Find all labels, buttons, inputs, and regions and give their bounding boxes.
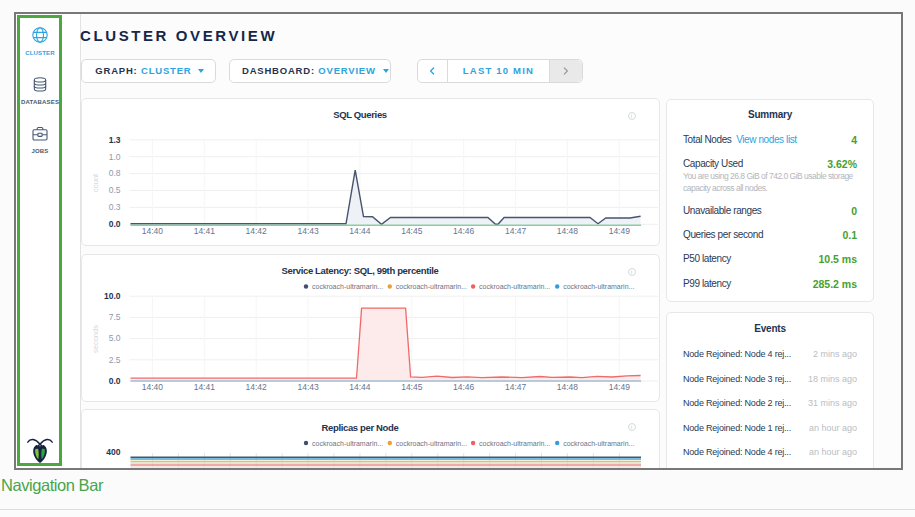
- svg-text:14:46: 14:46: [453, 226, 475, 236]
- svg-text:14:44: 14:44: [349, 226, 371, 236]
- svg-text:7.5: 7.5: [109, 312, 121, 322]
- svg-text:10.0: 10.0: [104, 291, 121, 301]
- svg-text:cockroach-ultramarin...: cockroach-ultramarin...: [563, 440, 634, 447]
- svg-text:14:47: 14:47: [505, 226, 527, 236]
- svg-text:SQL Queries: SQL Queries: [333, 109, 387, 120]
- svg-text:14:46: 14:46: [453, 382, 475, 392]
- svg-text:cockroach-ultramarin...: cockroach-ultramarin...: [312, 440, 383, 447]
- svg-text:cockroach-ultramarin...: cockroach-ultramarin...: [396, 440, 467, 447]
- svg-text:14:43: 14:43: [297, 382, 319, 392]
- svg-text:14:43: 14:43: [297, 226, 319, 236]
- svg-text:seconds: seconds: [91, 325, 100, 353]
- svg-text:14:49: 14:49: [609, 226, 631, 236]
- svg-text:14:40: 14:40: [142, 382, 164, 392]
- svg-text:14:49: 14:49: [609, 382, 631, 392]
- svg-text:cockroach-ultramarin...: cockroach-ultramarin...: [312, 283, 383, 290]
- svg-text:1.3: 1.3: [109, 135, 121, 145]
- svg-text:cockroach-ultramarin...: cockroach-ultramarin...: [479, 283, 550, 290]
- svg-text:14:45: 14:45: [401, 382, 423, 392]
- svg-text:14:48: 14:48: [557, 382, 579, 392]
- svg-text:14:41: 14:41: [194, 226, 216, 236]
- svg-text:2.5: 2.5: [109, 355, 121, 365]
- svg-text:0.0: 0.0: [109, 376, 121, 386]
- svg-text:14:45: 14:45: [401, 226, 423, 236]
- svg-text:14:48: 14:48: [557, 226, 579, 236]
- svg-text:Service Latency: SQL, 99th per: Service Latency: SQL, 99th percentile: [281, 265, 438, 276]
- svg-text:400: 400: [106, 447, 120, 457]
- svg-text:count: count: [91, 173, 100, 192]
- svg-text:Replicas per Node: Replicas per Node: [322, 422, 399, 433]
- svg-text:0.0: 0.0: [109, 219, 121, 229]
- svg-text:14:42: 14:42: [246, 226, 268, 236]
- svg-text:14:47: 14:47: [505, 382, 527, 392]
- svg-text:cockroach-ultramarin...: cockroach-ultramarin...: [396, 283, 467, 290]
- svg-text:cockroach-ultramarin...: cockroach-ultramarin...: [479, 440, 550, 447]
- svg-text:14:40: 14:40: [142, 226, 164, 236]
- svg-text:14:44: 14:44: [349, 382, 371, 392]
- svg-text:0.3: 0.3: [109, 202, 121, 212]
- svg-text:0.8: 0.8: [109, 169, 121, 179]
- svg-text:cockroach-ultramarin...: cockroach-ultramarin...: [563, 283, 634, 290]
- svg-text:0.5: 0.5: [109, 186, 121, 196]
- svg-text:14:41: 14:41: [194, 382, 216, 392]
- svg-text:14:42: 14:42: [246, 382, 268, 392]
- svg-text:5.0: 5.0: [109, 333, 121, 343]
- svg-text:1.0: 1.0: [109, 152, 121, 162]
